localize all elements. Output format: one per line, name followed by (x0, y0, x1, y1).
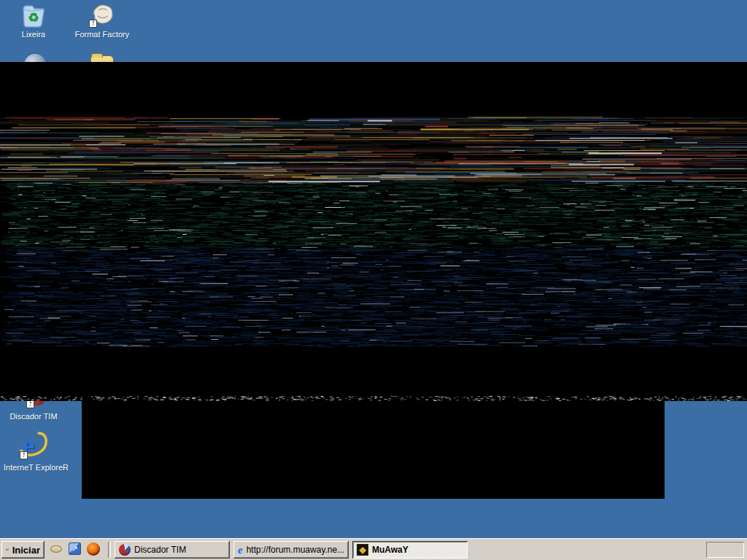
shortcut-arrow-badge: ⤴ (20, 451, 28, 459)
shortcut-arrow-badge: ⤴ (26, 400, 34, 408)
start-button[interactable]: Iniciar (1, 541, 44, 559)
taskbar: Iniciar ➚ Discador TIM e http://forum.mu… (0, 538, 747, 560)
show-desktop-icon (50, 545, 62, 553)
svg-text:♻: ♻ (28, 11, 39, 25)
format-factory-icon: ⤴ (89, 1, 115, 28)
quick-launch-show-desktop[interactable] (50, 542, 63, 556)
muaway-icon: ◆ (357, 544, 368, 556)
quick-launch-firefox[interactable] (87, 542, 100, 556)
windows-logo-icon (6, 544, 9, 556)
globe-icon (119, 544, 131, 556)
taskbar-button-label: http://forum.muaway.ne... (247, 545, 345, 555)
black-window-region (82, 401, 665, 499)
desktop-icon-lixeira[interactable]: ♻ Lixeira (3, 3, 64, 39)
shortcut-arrow-badge: ⤴ (89, 20, 97, 28)
desktop-icon-label: Lixeira (3, 30, 64, 39)
desktop-icon-format-factory[interactable]: ⤴ Format Factory (71, 1, 133, 39)
taskbar-button-discador-tim[interactable]: Discador TIM (115, 541, 230, 559)
quick-launch-divider (108, 542, 111, 558)
glitch-video-region (0, 62, 747, 401)
desktop-icon-label: Format Factory (71, 30, 133, 39)
taskbar-button-label: MuAwaY (372, 545, 409, 555)
glitch-noise-canvas (0, 62, 747, 401)
start-button-label: Iniciar (12, 545, 40, 556)
firefox-icon (87, 542, 100, 556)
desktop: ♻ Lixeira ⤴ Format Factory ⤴ Discador TI… (0, 0, 747, 560)
desktop-icon-internet-explorer[interactable]: e ⤴ InterneT ExploreR (4, 432, 65, 472)
recycle-bin-icon: ♻ (20, 3, 47, 28)
taskbar-button-forum-muaway[interactable]: e http://forum.muaway.ne... (233, 541, 349, 559)
system-tray (706, 542, 744, 558)
desktop-icon-label: InterneT ExploreR (4, 463, 65, 472)
internet-explorer-icon: e (238, 544, 243, 556)
taskbar-button-label: Discador TIM (134, 545, 186, 555)
taskbar-button-muaway[interactable]: ◆ MuAwaY (352, 541, 468, 559)
internet-explorer-icon: e ⤴ (20, 432, 49, 461)
desktop-icon-label: Discador TIM (3, 412, 64, 421)
quick-launch-outlook-express[interactable]: ➚ (69, 542, 82, 556)
outlook-express-icon: ➚ (69, 542, 81, 555)
